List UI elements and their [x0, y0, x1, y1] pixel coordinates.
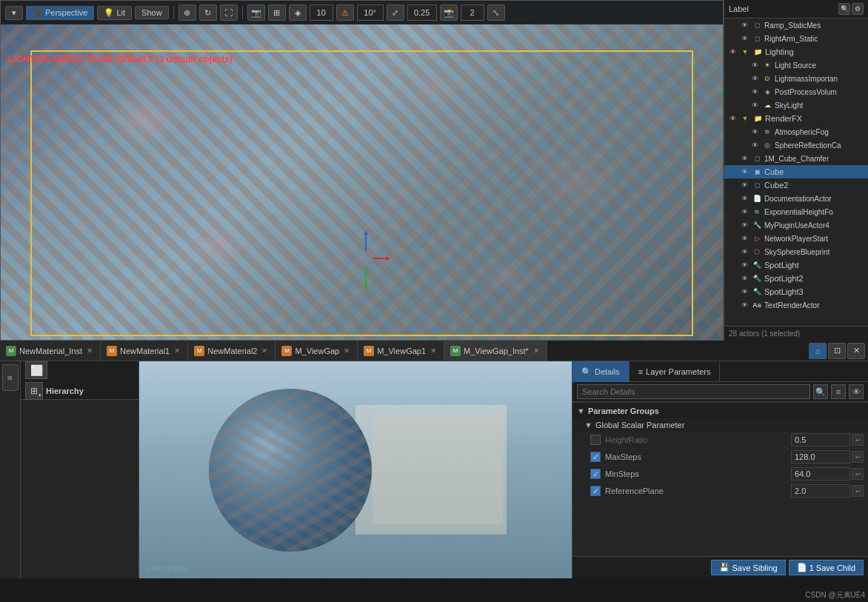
save-sibling-btn[interactable]: 💾 Save Sibling [711, 560, 785, 575]
height-ratio-reset[interactable]: ↩ [852, 434, 864, 446]
outliner-item-lightsource[interactable]: 👁 ☀ Light Source [724, 58, 868, 72]
viewport[interactable]: ▾ 🎥 Perspective 💡 Lit Show ⊕ ↻ ⛶ 📷 ⊞ ◈ ⚠ [0, 0, 724, 341]
eye-icon[interactable]: 👁 [739, 167, 750, 177]
eye-icon[interactable]: 👁 [739, 273, 750, 284]
grid-icon[interactable]: ⊞ [268, 4, 286, 21]
show-btn[interactable]: Show [135, 6, 169, 19]
tab-restore-btn[interactable]: ⊡ [828, 343, 846, 359]
eye-icon[interactable]: 👁 [739, 260, 750, 270]
hierarchy-btn[interactable]: ⊞ ▾ [25, 382, 43, 400]
eye-icon[interactable]: 👁 [739, 220, 750, 230]
lit-btn[interactable]: 💡 Lit [97, 6, 132, 20]
outliner-item-cube[interactable]: 👁 ◼ Cube [724, 165, 868, 178]
height-ratio-value[interactable]: 0.5 [791, 433, 850, 447]
viewport-dropdown-btn[interactable]: ▾ [5, 6, 23, 20]
rotate-icon[interactable]: ↻ [199, 4, 217, 21]
tab-layer-params[interactable]: ≡ Layer Parameters [630, 361, 721, 382]
height-ratio-checkbox[interactable] [590, 435, 601, 445]
camera-icon[interactable]: 📷 [247, 4, 265, 21]
scale-field[interactable] [407, 4, 437, 21]
viewport-bg[interactable]: LIGHTING NEEDS TO BE REBUILT (3 unbuilt … [1, 24, 723, 340]
tab-newmaterial-inst[interactable]: M NewMaterial_Inst ✕ [0, 341, 101, 361]
transform-stats-btn[interactable]: ⊞ [2, 364, 19, 391]
outliner-item-ramp[interactable]: 👁 ◻ Ramp_StaticMes [724, 19, 868, 32]
outliner-item-cube2[interactable]: 👁 ◻ Cube2 [724, 178, 868, 192]
outliner-item-spotlight2[interactable]: 👁 🔦 SpotLight2 [724, 272, 868, 285]
eye-icon[interactable]: 👁 [739, 300, 750, 310]
outliner-item-postprocess[interactable]: 👁 ◈ PostProcessVolum [724, 85, 868, 98]
outliner-search-btn[interactable]: 🔍 [838, 3, 850, 15]
tab-home-btn[interactable]: ⌂ [809, 343, 827, 359]
eye-icon[interactable]: 👁 [739, 33, 750, 44]
form-stats-icon[interactable]: ⬜ [25, 361, 47, 379]
snap-icon[interactable]: ◈ [289, 4, 307, 21]
tab-close-all-btn[interactable]: ✕ [847, 343, 865, 359]
min-steps-reset[interactable]: ↩ [852, 468, 864, 480]
min-steps-checkbox[interactable]: ✓ [590, 469, 601, 479]
eye-icon[interactable]: 👁 [750, 87, 760, 97]
eye-icon[interactable]: 👁 [739, 180, 750, 190]
eye-icon[interactable]: 👁 [750, 73, 760, 84]
eye-icon[interactable]: 👁 [739, 247, 750, 257]
eye-icon[interactable]: 👁 [750, 100, 760, 110]
eye-icon[interactable]: 👁 [739, 233, 750, 244]
warning-icon[interactable]: ⚠ [336, 4, 354, 21]
outliner-item-textrender[interactable]: 👁 Aa TextRenderActor [724, 298, 868, 312]
tab-newmaterial1[interactable]: M NewMaterial1 ✕ [101, 341, 188, 361]
outliner-item-renderfx[interactable]: 👁 ▼ 📁 RenderFX [724, 112, 868, 125]
outliner-item-plugin-actor[interactable]: 👁 🔧 MyPluginUseActor4 [724, 218, 868, 232]
save-child-btn[interactable]: 📄 1 Save Child [789, 560, 864, 575]
tab-close-btn[interactable]: ✕ [429, 347, 438, 355]
eye-icon[interactable]: 👁 [750, 140, 760, 150]
outliner-item-exp-fog[interactable]: 👁 ≋ ExponentialHeightFo [724, 205, 868, 218]
eye-icon[interactable]: 👁 [727, 47, 738, 57]
scale-icon[interactable]: ⤢ [387, 4, 404, 21]
max-steps-reset[interactable]: ↩ [852, 451, 864, 463]
outliner-item-spotlight[interactable]: 👁 🔦 SpotLight [724, 258, 868, 272]
outliner-settings-btn[interactable]: ⚙ [852, 3, 864, 15]
tab-close-btn[interactable]: ✕ [260, 347, 269, 355]
eye-icon[interactable]: 👁 [739, 193, 750, 204]
parameter-groups-header[interactable]: ▼ Parameter Groups [572, 404, 868, 418]
tab-m-viewgap1[interactable]: M M_ViewGap1 ✕ [358, 341, 444, 361]
min-steps-value[interactable]: 64.0 [791, 467, 850, 481]
tab-m-viewgap[interactable]: M M_ViewGap ✕ [276, 341, 358, 361]
reference-plane-reset[interactable]: ↩ [852, 485, 864, 497]
filter-btn[interactable]: 👁 [849, 384, 864, 399]
grid-size-field[interactable] [310, 4, 333, 21]
tab-m-viewgap-inst[interactable]: M M_ViewGap_Inst* ✕ [444, 341, 547, 361]
tab-newmaterial2[interactable]: M NewMaterial2 ✕ [188, 341, 276, 361]
maximize-icon[interactable]: ⛶ [220, 4, 238, 21]
list-view-btn[interactable]: ≡ [831, 384, 846, 399]
outliner-item-lighting[interactable]: 👁 ▼ 📁 Lighting [724, 45, 868, 58]
fullscreen-icon[interactable]: ⤡ [487, 4, 505, 21]
eye-icon[interactable]: 👁 [739, 287, 750, 297]
outliner-item-networkplayer[interactable]: 👁 ▷ NetworkPlayerStart [724, 232, 868, 245]
eye-icon[interactable]: 👁 [727, 113, 738, 124]
search-btn[interactable]: 🔍 [813, 384, 828, 399]
global-scalar-header[interactable]: ▼ Global Scalar Parameter [572, 418, 868, 432]
camera-field[interactable] [461, 4, 484, 21]
outliner-item-skysphere[interactable]: 👁 ⬡ SkySphereBlueprint [724, 245, 868, 258]
tab-details[interactable]: 🔍 Details [572, 361, 630, 382]
perspective-btn[interactable]: 🎥 Perspective [26, 6, 94, 20]
reference-plane-value[interactable]: 2.0 [791, 484, 850, 498]
camera2-icon[interactable]: 📸 [440, 4, 458, 21]
tab-close-btn[interactable]: ✕ [342, 347, 351, 355]
outliner-item-doc-actor[interactable]: 👁 📄 DocumentationActor [724, 192, 868, 205]
reference-plane-checkbox[interactable]: ✓ [590, 486, 601, 496]
max-steps-checkbox[interactable]: ✓ [590, 452, 601, 462]
eye-icon[interactable]: 👁 [739, 207, 750, 217]
tab-close-btn[interactable]: ✕ [173, 347, 181, 355]
outliner-item-rightarm[interactable]: 👁 ◻ RightArm_Static [724, 32, 868, 45]
outliner-item-spotlight3[interactable]: 👁 🔦 SpotLight3 [724, 285, 868, 298]
outliner-item-skylight[interactable]: 👁 ☁ SkyLight [724, 98, 868, 112]
eye-icon[interactable]: 👁 [739, 20, 750, 30]
angle-field[interactable] [357, 4, 384, 21]
outliner-item-lightmass[interactable]: 👁 ⊙ LightmassImportan [724, 72, 868, 85]
material-preview[interactable]: 1 instructions [139, 361, 572, 578]
tab-close-btn[interactable]: ✕ [532, 347, 541, 355]
eye-icon[interactable]: 👁 [750, 127, 760, 137]
eye-icon[interactable]: 👁 [739, 153, 750, 164]
outliner-item-spherereflection[interactable]: 👁 ◎ SphereReflectionCa [724, 138, 868, 152]
